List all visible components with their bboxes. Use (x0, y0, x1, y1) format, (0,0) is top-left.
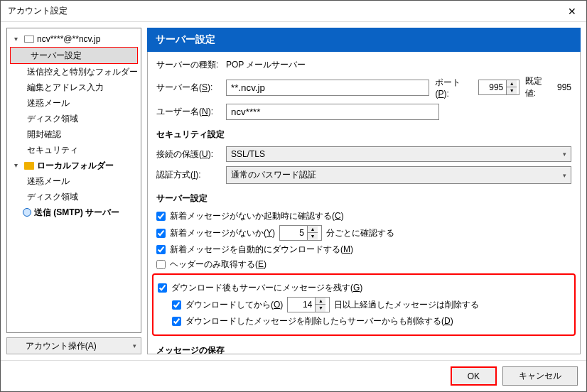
chevron-down-icon: ▾ (14, 33, 21, 45)
highlight-box: サーバー設定 (10, 47, 138, 64)
connection-security-select[interactable]: SSL/TLS▾ (226, 146, 571, 162)
auto-download-row: 新着メッセージを自動的にダウンロードする(M) (156, 244, 571, 256)
delete-after-days-row: ダウンロードしてから(O) ▲▼ 日以上経過したメッセージは削除する (172, 297, 570, 312)
default-port-value: 995 (557, 82, 571, 92)
tree-item-composition[interactable]: 編集とアドレス入力 (7, 80, 141, 95)
storage-section-title: メッセージの保存 (156, 344, 571, 354)
tree-item-security[interactable]: セキュリティ (7, 142, 141, 158)
auth-method-select[interactable]: 通常のパスワード認証▾ (226, 166, 571, 184)
tree-item-copies[interactable]: 送信控えと特別なフォルダー (7, 64, 141, 80)
globe-icon (23, 208, 31, 217)
titlebar: アカウント設定 ✕ (1, 1, 586, 22)
tree-item-disk[interactable]: ディスク領域 (7, 111, 141, 126)
close-button[interactable]: ✕ (558, 1, 586, 21)
tree-item-junk[interactable]: 迷惑メール (7, 95, 141, 111)
tree-account-root[interactable]: ▾ ncv****@**ncv.jp (7, 31, 141, 47)
delete-days-input[interactable]: ▲▼ (287, 297, 330, 312)
tree-smtp[interactable]: 送信 (SMTP) サーバー (7, 205, 141, 220)
tree-item-local-disk[interactable]: ディスク領域 (7, 189, 141, 205)
account-tree[interactable]: ▾ ncv****@**ncv.jp サーバー設定 送信控えと特別なフォルダー … (6, 28, 141, 333)
window-title: アカウント設定 (8, 5, 68, 17)
delete-on-server-row: ダウンロードしたメッセージを削除したらサーバーからも削除する(D) (172, 315, 570, 327)
username-label: ユーザー名(N): (156, 106, 220, 118)
check-interval-row: 新着メッセージがないか(Y) ▲▼ 分ごとに確認する (156, 225, 571, 241)
tree-item-server-settings[interactable]: サーバー設定 (11, 48, 137, 63)
security-section-title: セキュリティ設定 (156, 129, 571, 141)
connection-security-label: 接続の保護(U): (156, 148, 220, 160)
panel-header: サーバー設定 (147, 28, 581, 52)
local-folders-label: ローカルフォルダー (37, 159, 114, 172)
port-spinner[interactable]: ▲▼ (506, 80, 517, 94)
server-name-input[interactable] (226, 80, 429, 96)
mail-icon (24, 36, 34, 43)
server-type-label: サーバーの種類: (156, 59, 220, 71)
server-name-label: サーバー名(S): (156, 82, 220, 94)
account-settings-window: アカウント設定 ✕ ▾ ncv****@**ncv.jp サーバー設定 送信控え… (0, 0, 587, 392)
server-type-value: POP メールサーバー (226, 59, 306, 71)
port-label: ポート(P): (435, 77, 473, 99)
check-on-startup-checkbox[interactable] (156, 212, 166, 221)
smtp-label: 送信 (SMTP) サーバー (34, 206, 119, 219)
chevron-down-icon: ▾ (14, 159, 21, 172)
leave-on-server-checkbox[interactable] (158, 283, 167, 293)
chevron-down-icon: ▾ (563, 151, 566, 158)
delete-on-server-checkbox[interactable] (172, 317, 181, 326)
chevron-down-icon: ▾ (563, 172, 566, 179)
username-input[interactable] (226, 104, 439, 120)
default-port-label: 既定値: (525, 75, 551, 99)
check-interval-input[interactable]: ▲▼ (279, 225, 322, 241)
body: ▾ ncv****@**ncv.jp サーバー設定 送信控えと特別なフォルダー … (1, 22, 586, 360)
days-spinner[interactable]: ▲▼ (315, 298, 325, 312)
folder-icon (24, 162, 34, 170)
tree-local-folders[interactable]: ▾ ローカルフォルダー (7, 158, 141, 173)
headers-only-checkbox[interactable] (156, 260, 166, 269)
tree-item-local-junk[interactable]: 迷惑メール (7, 173, 141, 189)
panel-body: サーバーの種類: POP メールサーバー サーバー名(S): ポート(P): ▲… (147, 52, 581, 354)
ok-button[interactable]: OK (451, 366, 497, 386)
account-actions-button[interactable]: アカウント操作(A) ▾ (6, 337, 141, 354)
interval-spinner[interactable]: ▲▼ (307, 226, 318, 240)
footer: OK キャンセル (1, 360, 586, 391)
delete-after-days-checkbox[interactable] (172, 300, 181, 310)
leave-on-server-group: ダウンロード後もサーバーにメッセージを残す(G) ダウンロードしてから(O) ▲… (152, 273, 576, 336)
auth-method-label: 認証方式(I): (156, 169, 220, 181)
check-on-startup-row: 新着メッセージがないか起動時に確認する(C) (156, 210, 571, 222)
leave-on-server-row: ダウンロード後もサーバーにメッセージを残す(G) (158, 282, 570, 294)
chevron-down-icon: ▾ (133, 342, 136, 349)
account-label: ncv****@**ncv.jp (37, 33, 100, 45)
server-settings-section-title: サーバー設定 (156, 192, 571, 205)
cancel-button[interactable]: キャンセル (502, 366, 578, 386)
sidebar: ▾ ncv****@**ncv.jp サーバー設定 送信控えと特別なフォルダー … (6, 28, 141, 354)
headers-only-row: ヘッダーのみ取得する(E) (156, 258, 571, 271)
port-input[interactable]: ▲▼ (478, 80, 519, 95)
tree-item-receipts[interactable]: 開封確認 (7, 126, 141, 142)
main-panel: サーバー設定 サーバーの種類: POP メールサーバー サーバー名(S): ポー… (147, 28, 581, 354)
check-interval-checkbox[interactable] (156, 229, 166, 238)
auto-download-checkbox[interactable] (156, 245, 166, 254)
